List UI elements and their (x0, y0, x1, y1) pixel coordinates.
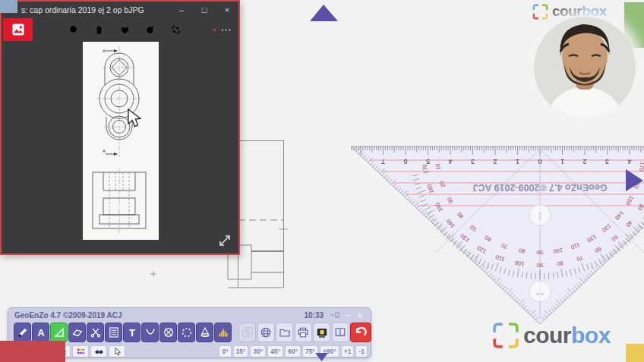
angle-button-15[interactable]: 15° (233, 345, 249, 357)
photos-window: s: cap ordinaria 2019 ej 2 op bJPG –□× ▼ (0, 0, 240, 255)
angle-button-60[interactable]: 60° (285, 345, 301, 357)
svg-text:2: 2 (582, 158, 586, 165)
geoenzo-titlebar[interactable]: GeoEnZo 4.7 ©2009-2019 ACJ 10:33 – × (8, 308, 371, 320)
courbox-mark-icon (492, 322, 519, 349)
photos-titlebar[interactable]: s: cap ordinaria 2019 ej 2 op bJPG –□× (2, 2, 238, 18)
edit-create-button[interactable]: ▼ (191, 20, 212, 40)
colors-tool-button[interactable] (72, 345, 89, 357)
pointer-tool-button[interactable] (109, 345, 125, 357)
compass-icon (163, 326, 175, 338)
add-icon (43, 24, 55, 36)
shapes-icon (242, 326, 254, 338)
svg-text:3: 3 (471, 158, 475, 165)
minimize-button[interactable]: – (170, 2, 193, 18)
courbox-logo-bottom: courbox (492, 322, 611, 349)
svg-text:T: T (129, 327, 135, 338)
angle-button-+1[interactable]: +1 (341, 345, 355, 357)
ruler-branding-text: GeoEnZo 4.7 ©2009-2019 ACJ (473, 182, 608, 193)
svg-text:A: A (37, 328, 44, 338)
more-button[interactable] (216, 20, 237, 40)
add-button[interactable] (38, 20, 59, 40)
beamer-icon (316, 326, 328, 338)
delete-button[interactable] (89, 20, 110, 40)
scissors-icon (90, 326, 102, 338)
scissors-tool-button[interactable] (87, 323, 104, 342)
colors-icon (76, 347, 86, 357)
svg-text:6: 6 (403, 158, 407, 165)
window-title: s: cap ordinaria 2019 ej 2 op bJPG (2, 5, 170, 14)
undo-icon (355, 326, 367, 338)
circle-tool-button[interactable] (178, 323, 195, 342)
globe-icon (260, 326, 272, 338)
calculator-tool-button[interactable] (105, 323, 122, 342)
red-marker-rectangle (0, 341, 65, 362)
svg-text:A: A (103, 149, 106, 153)
folder-tool-button[interactable] (276, 323, 293, 342)
shapes-tool-button[interactable] (238, 323, 256, 342)
beamer-tool-button[interactable] (313, 323, 330, 342)
mask-tool-button[interactable] (90, 345, 107, 357)
svg-text:3: 3 (605, 158, 609, 165)
angle-button-45[interactable]: 45° (267, 345, 283, 357)
corner-chip (0, 0, 17, 13)
angle-button--1[interactable]: -1 (355, 345, 368, 357)
printer-tool-button[interactable] (295, 323, 312, 342)
parabola-tool-button[interactable] (141, 323, 159, 342)
angle-button-30[interactable]: 30° (250, 345, 266, 357)
rotate-button[interactable] (140, 20, 161, 40)
maximize-button[interactable]: □ (193, 2, 216, 18)
geoenzo-close-button[interactable]: × (354, 310, 366, 320)
eraser-icon (71, 326, 84, 338)
zoom-button[interactable] (63, 20, 84, 40)
courbox-mark-icon (532, 4, 548, 20)
pin-icon[interactable] (330, 310, 340, 320)
printer-icon (297, 326, 309, 338)
book-tool-button[interactable] (332, 323, 349, 342)
text-icon: T (126, 326, 138, 338)
edit-create-icon (195, 24, 207, 36)
photos-tile-icon (11, 23, 25, 36)
photos-app-icon[interactable] (3, 18, 33, 41)
crop-button[interactable] (165, 20, 186, 40)
globe-tool-button[interactable] (257, 323, 275, 342)
geoenzo-title: GeoEnZo 4.7 ©2009-2019 ACJ (14, 311, 304, 320)
mouse-cursor (127, 109, 142, 128)
cone-icon (199, 326, 211, 338)
set-square-tool-button[interactable] (50, 323, 68, 342)
ruler-tool-button[interactable]: A (32, 323, 49, 342)
delete-icon (93, 24, 105, 36)
undo-tool-button[interactable] (350, 323, 371, 342)
favorite-button[interactable] (114, 20, 135, 40)
svg-text:A: A (103, 49, 106, 53)
circle-icon (181, 326, 193, 338)
courbox-wordmark: courbox (523, 323, 611, 348)
book-icon (334, 326, 346, 338)
pen-tool-button[interactable] (14, 323, 31, 342)
svg-text:4: 4 (627, 158, 631, 165)
close-button[interactable]: × (216, 2, 238, 18)
technical-drawing: A A (83, 42, 159, 240)
angle-button-0[interactable]: 0° (219, 345, 231, 357)
eraser-tool-button[interactable] (68, 323, 86, 342)
svg-text:80: 80 (518, 247, 526, 254)
svg-text:2: 2 (493, 158, 497, 165)
photos-toolbar: ▼ (2, 18, 238, 42)
cone-tool-button[interactable] (196, 323, 213, 342)
rotate-icon (144, 24, 156, 36)
pointer-icon (112, 347, 122, 357)
svg-text:90: 90 (537, 249, 543, 256)
calculator-icon (108, 326, 120, 338)
svg-text:1: 1 (560, 158, 564, 165)
webcam-overlay (534, 17, 636, 118)
geoenzo-minimize-button[interactable]: – (342, 310, 354, 320)
chart-tool-button[interactable] (214, 323, 232, 342)
svg-text:↕: ↕ (537, 208, 544, 222)
text-tool-button[interactable]: T (123, 323, 140, 342)
svg-text:90: 90 (537, 262, 543, 269)
photo-canvas[interactable]: A A (83, 42, 159, 240)
svg-text:4: 4 (448, 158, 452, 165)
compass-tool-button[interactable] (159, 323, 177, 342)
svg-text:7: 7 (381, 158, 385, 165)
expand-icon[interactable] (217, 233, 232, 248)
chart-icon (217, 326, 229, 338)
